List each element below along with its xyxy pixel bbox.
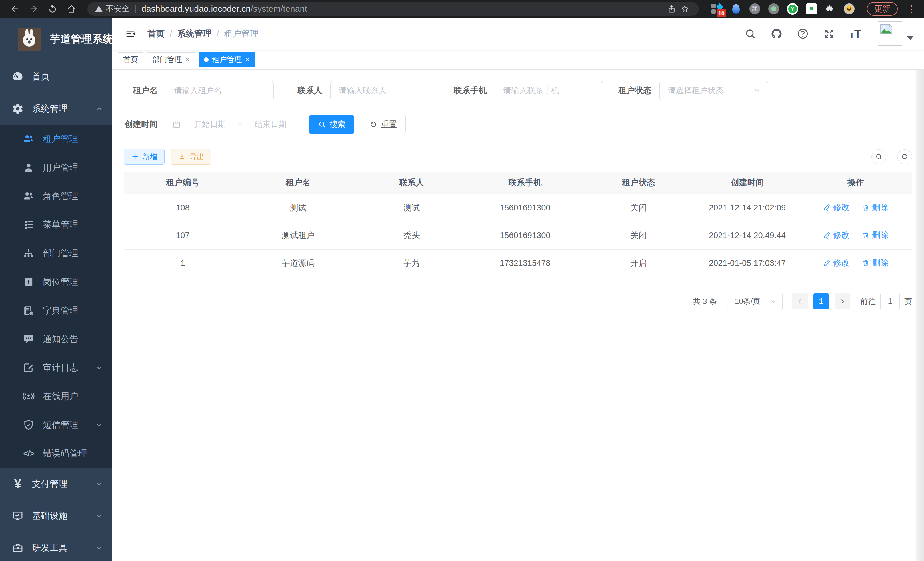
col-contact: 联系人 — [355, 171, 468, 194]
font-size-icon[interactable]: TT — [849, 27, 862, 41]
browser-reload-icon[interactable] — [45, 2, 60, 16]
filter-tenant-name: 租户名 — [124, 81, 274, 100]
chevron-left-icon — [796, 298, 803, 305]
toolbox-icon — [11, 541, 25, 555]
sidebar-item-menu[interactable]: 菜单管理 — [0, 211, 112, 239]
sidebar-item-home[interactable]: 首页 — [0, 61, 112, 93]
sidebar-logo[interactable]: 芋道管理系统 — [0, 18, 112, 61]
contact-label: 联系人 — [289, 85, 322, 96]
tag-home[interactable]: 首页 — [118, 52, 143, 67]
download-icon — [178, 153, 186, 161]
edit-link[interactable]: 修改 — [823, 257, 850, 269]
sidebar-item-online-user[interactable]: 在线用户 — [0, 382, 112, 411]
breadcrumb-system[interactable]: 系统管理 — [177, 28, 212, 40]
extension-puzzle-icon[interactable] — [825, 3, 836, 15]
extension-green-dot-icon[interactable] — [768, 3, 779, 15]
sidebar-toggle-icon[interactable] — [122, 26, 138, 42]
create-time-label: 创建时间 — [124, 119, 158, 130]
close-icon[interactable]: × — [185, 55, 190, 64]
browser-update-button[interactable]: 更新 — [867, 2, 898, 16]
share-icon[interactable] — [665, 2, 678, 15]
dictionary-icon — [22, 304, 35, 317]
breadcrumb-home[interactable]: 首页 — [147, 28, 165, 40]
reset-button[interactable]: 重置 — [361, 115, 406, 134]
extension-command-icon[interactable]: ⌘ — [749, 3, 760, 15]
sidebar-item-pay[interactable]: ¥ 支付管理 — [0, 468, 112, 500]
sidebar-item-infra[interactable]: 基础设施 — [0, 500, 112, 532]
chevron-down-icon — [95, 421, 104, 429]
date-range-picker[interactable]: 开始日期 - 结束日期 — [166, 115, 302, 134]
browser-forward-icon[interactable] — [26, 2, 41, 16]
help-icon[interactable] — [796, 27, 810, 41]
close-icon[interactable]: × — [245, 55, 249, 64]
sidebar-item-user[interactable]: 用户管理 — [0, 153, 112, 182]
col-status: 租户状态 — [582, 171, 695, 194]
gear-icon — [11, 102, 25, 116]
delete-link[interactable]: 删除 — [862, 257, 889, 269]
edit-link[interactable]: 修改 — [823, 202, 850, 213]
col-tenant-id: 租户编号 — [124, 171, 242, 194]
sidebar-item-audit-log[interactable]: 审计日志 — [0, 353, 112, 382]
toggle-search-button[interactable] — [872, 149, 886, 164]
status-select[interactable]: 请选择租户状态 — [659, 81, 768, 100]
breadcrumb-current: 租户管理 — [224, 28, 259, 40]
extension-chat-icon[interactable] — [806, 3, 817, 15]
sidebar-item-sms[interactable]: 短信管理 — [0, 411, 112, 439]
tenant-name-input[interactable] — [166, 81, 274, 100]
github-icon[interactable] — [770, 27, 783, 41]
tag-dept[interactable]: 部门管理× — [147, 52, 195, 67]
table-row: 108 测试 测试 15601691300 关闭 2021-12-14 21:0… — [124, 194, 912, 222]
header-search-icon[interactable] — [743, 27, 757, 41]
sidebar-item-devtools[interactable]: 研发工具 — [0, 532, 112, 561]
extension-yudao-icon[interactable]: Y — [787, 3, 798, 15]
sidebar-item-error-code[interactable]: </> 错误码管理 — [0, 439, 112, 468]
sidebar-item-dict[interactable]: 字典管理 — [0, 296, 112, 325]
fullscreen-icon[interactable] — [822, 27, 836, 41]
filter-status: 租户状态 请选择租户状态 — [618, 81, 768, 100]
extension-grid-icon[interactable]: 10 — [711, 3, 723, 15]
sidebar-item-system[interactable]: 系统管理 — [0, 93, 112, 125]
sidebar-item-role[interactable]: 角色管理 — [0, 182, 112, 211]
calendar-icon — [172, 120, 181, 129]
refresh-table-button[interactable] — [897, 149, 912, 164]
browser-back-icon[interactable] — [8, 2, 22, 16]
delete-link[interactable]: 删除 — [862, 230, 889, 241]
prev-page-button[interactable] — [792, 293, 808, 309]
scrollbar-track[interactable] — [916, 70, 924, 561]
bookmark-star-icon[interactable] — [678, 2, 692, 15]
search-button[interactable]: 搜索 — [309, 115, 354, 134]
delete-link[interactable]: 删除 — [862, 202, 889, 213]
export-button[interactable]: 导出 — [171, 149, 212, 165]
mobile-input[interactable] — [495, 81, 603, 100]
add-button[interactable]: 新增 — [124, 149, 165, 165]
tenant-name-label: 租户名 — [124, 85, 158, 96]
sidebar-item-dept[interactable]: 部门管理 — [0, 239, 112, 268]
sidebar-item-tenant[interactable]: 租户管理 — [0, 125, 112, 153]
extension-balloon-icon[interactable] — [730, 3, 742, 15]
search-icon — [875, 153, 883, 160]
tag-tenant[interactable]: 租户管理× — [199, 52, 255, 67]
chevron-down-icon — [753, 87, 761, 94]
top-navbar: 首页 / 系统管理 / 租户管理 TT — [112, 18, 924, 50]
end-date-placeholder: 结束日期 — [246, 119, 296, 130]
col-mobile: 联系手机 — [468, 171, 582, 194]
goto-page-input[interactable] — [880, 293, 900, 310]
edit-link[interactable]: 修改 — [823, 230, 850, 241]
extension-emoji-icon[interactable] — [843, 3, 855, 15]
page-size-select[interactable]: 10条/页 — [727, 293, 783, 310]
status-value: 关闭 — [582, 222, 695, 249]
not-secure-warning[interactable]: 不安全 — [95, 3, 130, 14]
tenant-table: 租户编号 租户名 联系人 联系手机 租户状态 创建时间 操作 108 测试 测试 — [124, 171, 912, 277]
browser-menu-icon[interactable]: ⋮ — [907, 3, 916, 15]
browser-home-icon[interactable] — [64, 2, 79, 16]
sidebar-item-post[interactable]: 岗位管理 — [0, 268, 112, 296]
contact-input[interactable] — [330, 81, 438, 100]
status-value: 关闭 — [582, 194, 695, 222]
user-avatar-dropdown[interactable] — [878, 21, 914, 46]
page-number-1[interactable]: 1 — [813, 293, 829, 309]
next-page-button[interactable] — [835, 293, 850, 309]
address-bar[interactable]: 不安全 dashboard.yudao.iocoder.cn/system/te… — [87, 2, 699, 16]
page-url[interactable]: dashboard.yudao.iocoder.cn/system/tenant — [141, 4, 307, 14]
start-date-placeholder: 开始日期 — [185, 119, 235, 130]
sidebar-item-notice[interactable]: 通知公告 — [0, 325, 112, 353]
